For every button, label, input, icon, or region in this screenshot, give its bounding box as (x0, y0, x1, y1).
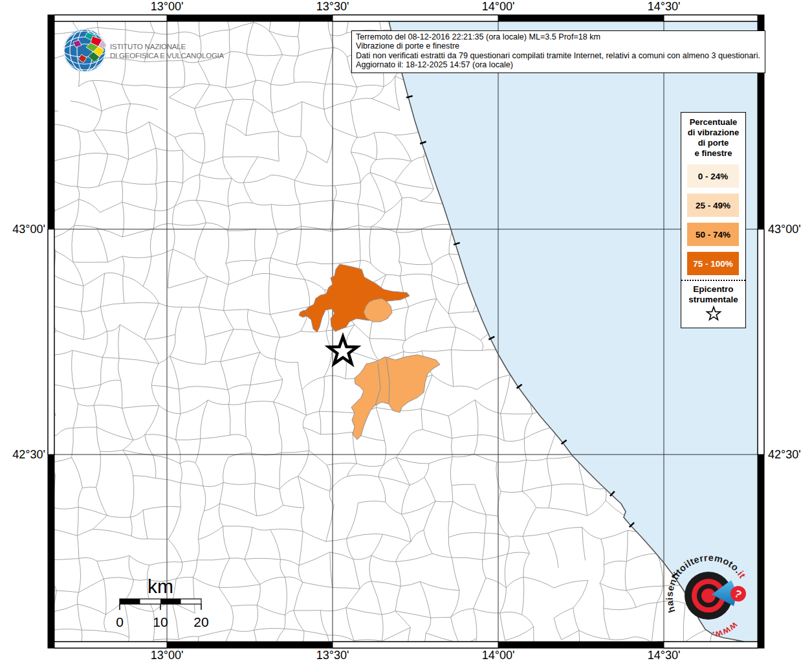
info-line-updated: Aggiornato il: 18-12-2025 14:57 (ora loc… (356, 60, 760, 69)
legend-class-25-49%: 25 - 49% (687, 194, 739, 217)
axis-label-left-0: 43°00' (12, 223, 45, 236)
axis-label-left-1: 42°30' (12, 448, 45, 462)
axis-label-right-1: 42°30' (768, 448, 801, 462)
ingv-name-line1: ISTITUTO NAZIONALE (110, 43, 224, 52)
legend-class-0-24%: 0 - 24% (687, 164, 739, 188)
legend-class-75-100%: 75 - 100% (687, 252, 739, 275)
axis-label-top-0: 13°00' (151, 0, 184, 14)
legend-epicenter-star-icon (705, 305, 722, 322)
legend-divider (681, 280, 745, 281)
map-canvas: km01020 (0, 0, 812, 663)
scale-tick-label: 0 (116, 614, 124, 629)
axis-label-bottom-3: 14°30' (648, 649, 681, 662)
ingv-name-line2: DI GEOFISICA E VULCANOLOGIA (110, 52, 224, 61)
scale-tick-label: 20 (193, 614, 208, 629)
scale-unit-label: km (148, 576, 173, 597)
ingv-wordmark: ISTITUTO NAZIONALE DI GEOFISICA E VULCAN… (110, 43, 224, 60)
info-line-effect: Vibrazione di porte e finestre (356, 41, 760, 51)
info-box: Terremoto del 08-12-2016 22:21:35 (ora l… (351, 30, 765, 73)
scale-tick-label: 10 (153, 614, 168, 629)
hsit-map-page: km01020 (0, 0, 812, 663)
axis-label-bottom-2: 14°00' (482, 649, 515, 662)
info-line-data: Dati non verificati estratti da 79 quest… (356, 51, 760, 60)
axis-label-right-0: 43°00' (768, 223, 801, 236)
info-line-event: Terremoto del 08-12-2016 22:21:35 (ora l… (356, 32, 760, 41)
target-center (701, 589, 716, 603)
axis-label-bottom-1: 13°30' (316, 649, 349, 662)
legend-epicenter-label: Epicentro strumentale (681, 284, 745, 305)
axis-label-top-1: 13°30' (316, 0, 349, 14)
legend-class-50-74%: 50 - 74% (687, 223, 739, 246)
axis-label-bottom-0: 13°00' (151, 649, 184, 662)
axis-label-top-3: 14°30' (648, 0, 681, 14)
legend-box: Percentuale di vibrazione di porte e fin… (681, 112, 746, 328)
legend-title: Percentuale di vibrazione di porte e fin… (681, 117, 745, 159)
axis-label-top-2: 14°00' (482, 0, 515, 14)
